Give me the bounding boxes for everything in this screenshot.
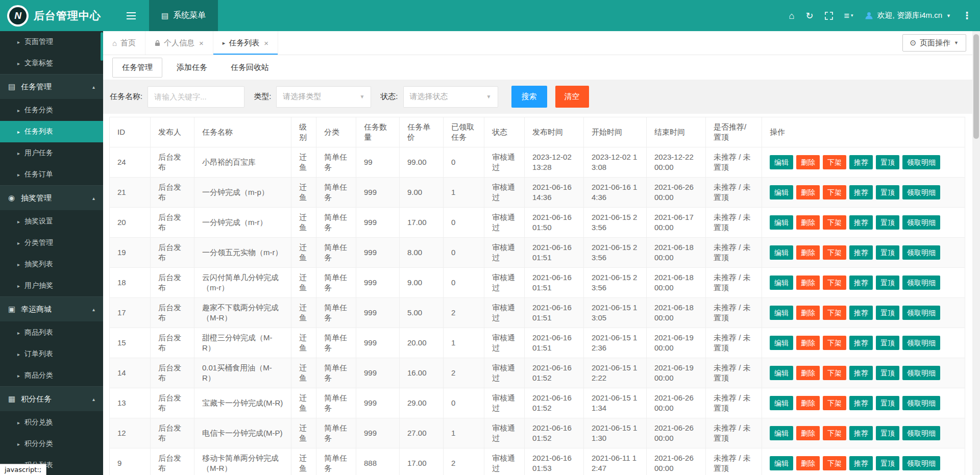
claim-detail-button[interactable]: 领取明细 <box>902 185 940 199</box>
sidebar-item-goods-category[interactable]: ▸商品分类 <box>0 365 103 386</box>
system-menu-tab[interactable]: ▤ 系统菜单 <box>149 0 218 31</box>
delete-button[interactable]: 删除 <box>796 155 820 169</box>
sidebar-item-lucky-mall[interactable]: ▣幸运商城▴ <box>0 296 103 322</box>
sidebar-item-page-manage[interactable]: ▸页面管理 <box>0 31 103 53</box>
refresh-icon[interactable]: ↻ <box>805 11 813 20</box>
sidebar-item-category-manage[interactable]: ▸分类管理 <box>0 232 103 254</box>
sidebar-item-task-category[interactable]: ▸任务分类 <box>0 99 103 121</box>
pin-button[interactable]: 置顶 <box>876 336 899 350</box>
sidebar-scrollbar-thumb[interactable] <box>101 32 103 61</box>
edit-button[interactable]: 编辑 <box>770 456 793 470</box>
offline-button[interactable]: 下架 <box>823 306 846 320</box>
edit-button[interactable]: 编辑 <box>770 276 793 290</box>
pin-button[interactable]: 置顶 <box>876 245 899 260</box>
type-select[interactable]: 请选择类型 ▼ <box>276 86 371 108</box>
close-icon[interactable]: × <box>264 39 268 47</box>
claim-detail-button[interactable]: 领取明细 <box>902 456 940 470</box>
claim-detail-button[interactable]: 领取明细 <box>902 155 940 169</box>
pin-button[interactable]: 置顶 <box>876 426 899 440</box>
sidebar-item-article-tags[interactable]: ▸文章标签 <box>0 53 103 74</box>
breadcrumb-tab-task-list[interactable]: ▸任务列表× <box>213 31 278 55</box>
claim-detail-button[interactable]: 领取明细 <box>902 245 940 260</box>
recommend-button[interactable]: 推荐 <box>849 185 873 199</box>
recommend-button[interactable]: 推荐 <box>849 396 873 410</box>
claim-detail-button[interactable]: 领取明细 <box>902 276 940 290</box>
content-tab-add-task[interactable]: 添加任务 <box>167 58 216 77</box>
user-menu[interactable]: 欢迎, 资源库i4m.cn ▼ <box>865 11 951 20</box>
recommend-button[interactable]: 推荐 <box>849 276 873 290</box>
scrollbar-thumb[interactable] <box>973 34 979 139</box>
offline-button[interactable]: 下架 <box>823 155 846 169</box>
delete-button[interactable]: 删除 <box>796 336 820 350</box>
collapse-sidebar-icon[interactable] <box>120 0 142 31</box>
delete-button[interactable]: 删除 <box>796 366 820 380</box>
offline-button[interactable]: 下架 <box>823 426 846 440</box>
claim-detail-button[interactable]: 领取明细 <box>902 396 940 410</box>
edit-button[interactable]: 编辑 <box>770 155 793 169</box>
offline-button[interactable]: 下架 <box>823 456 846 470</box>
home-icon[interactable]: ⌂ <box>789 11 795 20</box>
recommend-button[interactable]: 推荐 <box>849 456 873 470</box>
delete-button[interactable]: 删除 <box>796 185 820 199</box>
more-vertical-icon[interactable]: ⋮ <box>962 11 972 20</box>
sidebar-item-points-category[interactable]: ▸积分分类 <box>0 433 103 455</box>
offline-button[interactable]: 下架 <box>823 185 846 199</box>
edit-button[interactable]: 编辑 <box>770 215 793 230</box>
offline-button[interactable]: 下架 <box>823 336 846 350</box>
edit-button[interactable]: 编辑 <box>770 306 793 320</box>
offline-button[interactable]: 下架 <box>823 245 846 260</box>
pin-button[interactable]: 置顶 <box>876 215 899 230</box>
sidebar-item-points-exchange[interactable]: ▸积分兑换 <box>0 412 103 433</box>
pin-button[interactable]: 置顶 <box>876 456 899 470</box>
offline-button[interactable]: 下架 <box>823 276 846 290</box>
edit-button[interactable]: 编辑 <box>770 396 793 410</box>
nav-menu-icon[interactable]: ≡▾ <box>844 11 853 20</box>
content-tab-task-manage[interactable]: 任务管理 <box>112 58 162 78</box>
sidebar-item-task-manage[interactable]: ▤任务管理▴ <box>0 74 103 99</box>
page-scrollbar[interactable] <box>972 31 980 475</box>
delete-button[interactable]: 删除 <box>796 426 820 440</box>
claim-detail-button[interactable]: 领取明细 <box>902 336 940 350</box>
status-select[interactable]: 请选择状态 ▼ <box>403 86 498 108</box>
sidebar-item-task-orders[interactable]: ▸任务订单 <box>0 164 103 185</box>
claim-detail-button[interactable]: 领取明细 <box>902 426 940 440</box>
claim-detail-button[interactable]: 领取明细 <box>902 215 940 230</box>
sidebar-item-user-lottery[interactable]: ▸用户抽奖 <box>0 275 103 296</box>
delete-button[interactable]: 删除 <box>796 245 820 260</box>
sidebar-item-goods-list[interactable]: ▸商品列表 <box>0 322 103 343</box>
sidebar-item-lottery-settings[interactable]: ▸抽奖设置 <box>0 211 103 232</box>
delete-button[interactable]: 删除 <box>796 456 820 470</box>
sidebar-item-points-task[interactable]: ▦积分任务▴ <box>0 386 103 412</box>
edit-button[interactable]: 编辑 <box>770 426 793 440</box>
recommend-button[interactable]: 推荐 <box>849 215 873 230</box>
offline-button[interactable]: 下架 <box>823 366 846 380</box>
recommend-button[interactable]: 推荐 <box>849 306 873 320</box>
recommend-button[interactable]: 推荐 <box>849 426 873 440</box>
page-ops-button[interactable]: ⊙ 页面操作 ▼ <box>902 34 967 52</box>
sidebar-item-order-list[interactable]: ▸订单列表 <box>0 343 103 365</box>
recommend-button[interactable]: 推荐 <box>849 336 873 350</box>
pin-button[interactable]: 置顶 <box>876 306 899 320</box>
sidebar-item-lottery-manage[interactable]: ◉抽奖管理▴ <box>0 185 103 211</box>
offline-button[interactable]: 下架 <box>823 396 846 410</box>
pin-button[interactable]: 置顶 <box>876 396 899 410</box>
delete-button[interactable]: 删除 <box>796 215 820 230</box>
pin-button[interactable]: 置顶 <box>876 155 899 169</box>
fullscreen-icon[interactable] <box>825 12 833 20</box>
pin-button[interactable]: 置顶 <box>876 185 899 199</box>
offline-button[interactable]: 下架 <box>823 215 846 230</box>
recommend-button[interactable]: 推荐 <box>849 245 873 260</box>
edit-button[interactable]: 编辑 <box>770 245 793 260</box>
delete-button[interactable]: 删除 <box>796 306 820 320</box>
recommend-button[interactable]: 推荐 <box>849 366 873 380</box>
sidebar-item-lottery-list[interactable]: ▸抽奖列表 <box>0 254 103 275</box>
task-name-input[interactable] <box>148 86 244 108</box>
claim-detail-button[interactable]: 领取明细 <box>902 366 940 380</box>
delete-button[interactable]: 删除 <box>796 396 820 410</box>
close-icon[interactable]: × <box>199 39 204 47</box>
content-tab-task-recycle[interactable]: 任务回收站 <box>222 58 278 77</box>
sidebar-item-task-list[interactable]: ▸任务列表 <box>0 121 103 142</box>
recommend-button[interactable]: 推荐 <box>849 155 873 169</box>
edit-button[interactable]: 编辑 <box>770 336 793 350</box>
clear-button[interactable]: 清空 <box>555 86 589 108</box>
